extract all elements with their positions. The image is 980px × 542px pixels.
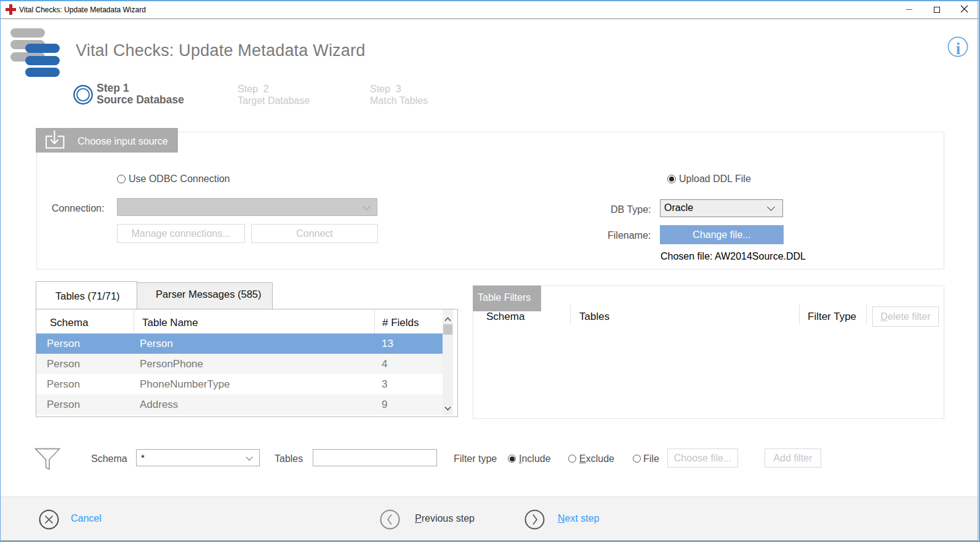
svg-text:i: i: [956, 39, 961, 58]
